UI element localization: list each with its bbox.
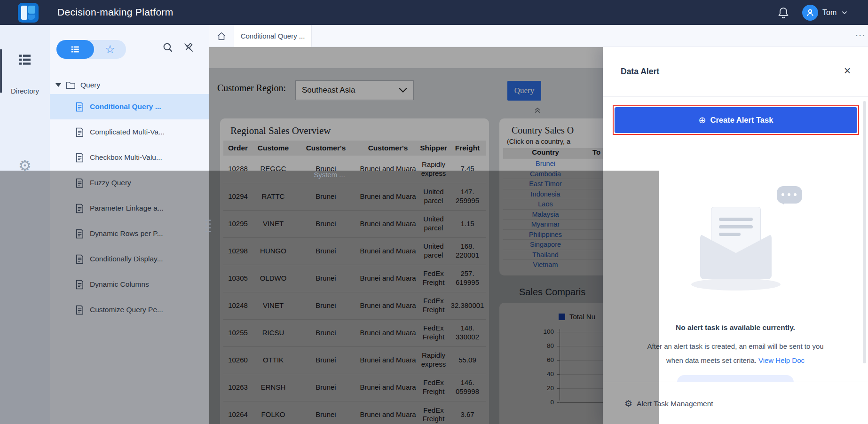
- tree-item-conditional-query[interactable]: Conditional Query ...: [50, 94, 209, 119]
- caret-expanded-icon: [55, 83, 61, 87]
- tree-folder-label: Query: [80, 81, 100, 89]
- folder-icon: [66, 81, 76, 89]
- create-alert-task-label: Create Alert Task: [710, 116, 773, 125]
- unpin-icon[interactable]: [182, 41, 195, 54]
- favorites-toggle[interactable]: ☆: [94, 40, 126, 59]
- tab-conditional-query[interactable]: Conditional Query ...: [234, 25, 312, 47]
- envelope-icon: [700, 234, 772, 279]
- view-toggle: ☆: [56, 40, 126, 59]
- rail-label-system: System ...: [0, 171, 659, 424]
- illustration-shadow: [691, 278, 781, 291]
- list-icon: [70, 44, 80, 55]
- chevron-down-icon: [841, 9, 848, 16]
- topbar: Decision-making Platform Tom: [0, 0, 868, 25]
- app: Decision-making Platform Tom: [0, 0, 868, 424]
- drawer-title: Data Alert: [621, 67, 659, 77]
- app-logo-icon: [18, 3, 39, 23]
- tree-folder-query[interactable]: Query: [50, 76, 209, 94]
- tree-item-complicated-multi[interactable]: Complicated Multi-Va...: [50, 119, 209, 145]
- user-name: Tom: [822, 8, 836, 17]
- sidebar-resize-handle[interactable]: [204, 218, 213, 234]
- avatar: [802, 5, 818, 21]
- close-icon[interactable]: ×: [840, 63, 855, 78]
- directory-list-icon: [17, 52, 32, 67]
- message-bubble-icon: [777, 186, 802, 204]
- star-icon: ☆: [105, 43, 115, 56]
- document-icon: [75, 102, 84, 112]
- list-view-toggle[interactable]: [56, 40, 94, 59]
- sidebar-item-system[interactable]: ⚙ System ...: [0, 158, 50, 173]
- view-help-doc-link[interactable]: View Help Doc: [758, 356, 805, 364]
- create-alert-task-button[interactable]: ⊕ Create Alert Task: [615, 107, 857, 133]
- tab-bar: Conditional Query ... ⋯: [209, 25, 868, 47]
- home-tab[interactable]: [209, 25, 234, 47]
- plus-circle-icon: ⊕: [699, 115, 706, 126]
- user-menu[interactable]: Tom: [802, 4, 848, 22]
- tab-overflow-icon[interactable]: ⋯: [852, 28, 868, 43]
- sidebar-item-directory[interactable]: Directory: [0, 52, 50, 95]
- home-icon: [216, 31, 227, 41]
- app-title: Decision-making Platform: [57, 7, 173, 18]
- divider: [603, 96, 868, 97]
- notification-bell-icon[interactable]: [777, 6, 790, 19]
- rail-label-directory: Directory: [0, 87, 50, 95]
- letter-icon: [711, 207, 761, 268]
- tree-item-checkbox-multi[interactable]: Checkbox Multi-Valu...: [50, 145, 209, 170]
- search-icon[interactable]: [162, 41, 174, 54]
- document-icon: [75, 153, 84, 163]
- drawer-scrollbar-thumb[interactable]: [863, 101, 866, 363]
- left-rail: Directory ⚙ System ...: [0, 25, 50, 424]
- document-icon: [75, 127, 84, 137]
